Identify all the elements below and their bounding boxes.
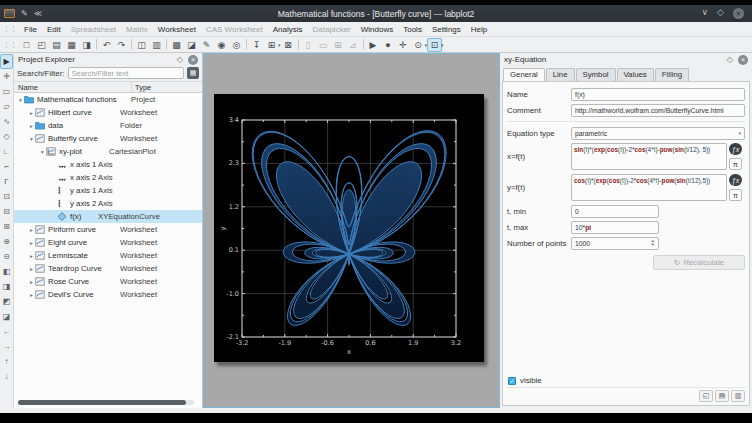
insert-constant-icon[interactable]: π	[729, 189, 742, 201]
tab-symbol[interactable]: Symbol	[576, 68, 616, 81]
add-curve-icon[interactable]: ∿	[0, 114, 13, 129]
tree-row-rose-curve[interactable]: ▸Rose CurveWorksheet	[14, 275, 202, 288]
tree-row-xy-plot[interactable]: ▾xy-plotCartesianPlot	[14, 145, 202, 158]
t_max-input[interactable]: 10*pi	[571, 221, 659, 234]
x_equation-input[interactable]: sin(t)*(exp(cos(t))-2*cos(4*t)-pow(sin(t…	[571, 143, 727, 170]
save-default-icon[interactable]: ▥	[731, 390, 745, 402]
redo-icon[interactable]: ↷	[114, 38, 129, 52]
float-dock-icon[interactable]: ◇	[177, 55, 183, 64]
undo-icon[interactable]: ↶	[99, 38, 114, 52]
tree-expand-icon[interactable]: ▸	[28, 123, 35, 129]
spinner-arrows-icon[interactable]: ▲▼	[651, 239, 655, 247]
column-name[interactable]: Name	[14, 82, 38, 92]
new-live-datasource-icon[interactable]: ◎	[229, 38, 244, 52]
menu-edit[interactable]: Edit	[42, 25, 66, 34]
shift-right-x-icon[interactable]: →	[0, 339, 13, 354]
insert-constant-icon[interactable]: π	[729, 158, 742, 170]
zoom-x-select-icon[interactable]: ▱	[0, 99, 13, 114]
tree-expand-icon[interactable]: ▸	[28, 240, 35, 246]
tree-row-lemniscate[interactable]: ▸LemniscateWorksheet	[14, 249, 202, 262]
insert-function-icon[interactable]: ƒx	[729, 143, 742, 155]
save-project-icon[interactable]: ▤	[49, 38, 64, 52]
menu-analysis[interactable]: Analysis	[268, 25, 308, 34]
toolbar-handle-icon[interactable]: ⋮⋮	[3, 41, 17, 49]
zoom-icon[interactable]: ●	[381, 38, 396, 52]
horizontal-layout-icon[interactable]: ▭	[316, 38, 331, 52]
tree-row-devil-s-curve[interactable]: ▸Devil's CurveWorksheet	[14, 288, 202, 301]
add-axis-icon[interactable]: ∟	[0, 144, 13, 159]
plot-canvas[interactable]: -3.2-1.9-0.60.61.93.2-2.1-1.00.11.22.33.…	[214, 94, 484, 362]
zoom-in-icon[interactable]: ⊕	[0, 234, 13, 249]
select-pointer-icon[interactable]: ▶	[366, 38, 381, 52]
print-preview-icon[interactable]: ◨	[79, 38, 94, 52]
tree-row-hilbert-curve[interactable]: ▸Hilbert curveWorksheet	[14, 106, 202, 119]
auto-scale-icon[interactable]: ⊡	[0, 189, 13, 204]
new-workbook-icon[interactable]: ◫	[134, 38, 149, 52]
menu-datapicker[interactable]: Datapicker	[308, 25, 356, 34]
new-worksheet-icon[interactable]: ◪	[184, 38, 199, 52]
tree-row-y-axis-1[interactable]: y axis 1Axis	[14, 184, 202, 197]
shift-down-y-icon[interactable]: ↓	[0, 369, 13, 384]
save-template-icon[interactable]: ▤	[715, 390, 729, 402]
zoom-out-y-icon[interactable]: ◪	[0, 309, 13, 324]
tab-line[interactable]: Line	[546, 68, 575, 81]
menubar-handle-icon[interactable]: ⋮⋮	[3, 25, 17, 33]
y_equation-input[interactable]: cos(t)*(exp(cos(t))-2*cos(4*t)-pow(sin(t…	[571, 174, 727, 201]
menu-settings[interactable]: Settings	[427, 25, 466, 34]
edit-layout-icon[interactable]: ⊿	[346, 38, 361, 52]
tree-row-f-x-[interactable]: f(x)XYEquationCurve	[14, 210, 202, 223]
tree-row-y-axis-2[interactable]: y axis 2Axis	[14, 197, 202, 210]
new-datapicker-icon[interactable]: ◉	[214, 38, 229, 52]
menu-tools[interactable]: Tools	[398, 25, 427, 34]
add-text-label-icon[interactable]: Γ	[0, 174, 13, 189]
tree-row-butterfly-curve[interactable]: ▾Butterfly curveWorksheet	[14, 132, 202, 145]
column-type[interactable]: Type	[131, 82, 151, 92]
shift-up-y-icon[interactable]: ↑	[0, 354, 13, 369]
tree-row-data[interactable]: ▸dataFolder	[14, 119, 202, 132]
zoom-out-icon[interactable]: ⊖	[0, 249, 13, 264]
magnify-icon[interactable]: ⊙	[411, 38, 426, 52]
filter-options-icon[interactable]: ▦	[187, 67, 199, 79]
tree-row-x-axis-2[interactable]: x axis 2Axis	[14, 171, 202, 184]
tree-row-eight-curve[interactable]: ▸Eight curveWorksheet	[14, 236, 202, 249]
tree-row-teardrop-curve[interactable]: ▸Teardrop CurveWorksheet	[14, 262, 202, 275]
open-project-icon[interactable]: ◰	[34, 38, 49, 52]
add-equation-curve-icon[interactable]: ◇	[0, 129, 13, 144]
close-dock-icon[interactable]: ✕	[738, 55, 748, 65]
visible-checkbox[interactable]: ✓	[508, 377, 516, 385]
t_min-input[interactable]: 0	[571, 205, 659, 218]
insert-function-icon[interactable]: ƒx	[729, 174, 742, 186]
tree-expand-icon[interactable]: ▸	[28, 110, 35, 116]
presenter-mode-dropdown-icon[interactable]: ▾	[441, 42, 444, 48]
tree-row-piriform-curve[interactable]: ▸Piriform curveWorksheet	[14, 223, 202, 236]
crosshair-mode-icon[interactable]: ✛	[0, 69, 13, 84]
tree-row-mathematical-functions[interactable]: ▾Mathematical functionsProject	[14, 93, 202, 106]
tab-values[interactable]: Values	[617, 68, 654, 81]
comment-input[interactable]: http://mathworld.wolfram.com/ButterflyCu…	[571, 104, 745, 117]
print-icon[interactable]: ▦	[64, 38, 79, 52]
vertical-layout-icon[interactable]: ▯	[301, 38, 316, 52]
close-button[interactable]: ✕	[733, 8, 744, 19]
zoom-out-x-icon[interactable]: ◨	[0, 279, 13, 294]
new-spreadsheet-icon[interactable]: ▥	[149, 38, 164, 52]
menu-windows[interactable]: Windows	[356, 25, 398, 34]
auto-scale-y-icon[interactable]: ⊞	[0, 219, 13, 234]
tree-column-header[interactable]: Name Type	[14, 81, 202, 93]
zoom-in-y-icon[interactable]: ◩	[0, 294, 13, 309]
tree-expand-icon[interactable]: ▾	[28, 136, 35, 142]
zoom-in-x-icon[interactable]: ◧	[0, 264, 13, 279]
new-project-icon[interactable]: □	[19, 38, 34, 52]
menu-help[interactable]: Help	[466, 25, 492, 34]
tree-expand-icon[interactable]: ▸	[28, 292, 35, 298]
menu-cas-worksheet[interactable]: CAS Worksheet	[201, 25, 268, 34]
menu-spreadsheet[interactable]: Spreadsheet	[66, 25, 121, 34]
points-input[interactable]: 1000▲▼	[571, 237, 659, 250]
float-dock-icon[interactable]: ◇	[727, 55, 733, 64]
new-matrix-icon[interactable]: ▩	[169, 38, 184, 52]
horizontal-scrollbar[interactable]	[18, 400, 194, 405]
new-note-icon[interactable]: ✎	[199, 38, 214, 52]
add-legend-icon[interactable]: ⌐	[0, 159, 13, 174]
fit-selection-icon[interactable]: ⊠	[281, 38, 296, 52]
crosshair-icon[interactable]: ✛	[396, 38, 411, 52]
tree-expand-icon[interactable]: ▾	[39, 149, 46, 155]
